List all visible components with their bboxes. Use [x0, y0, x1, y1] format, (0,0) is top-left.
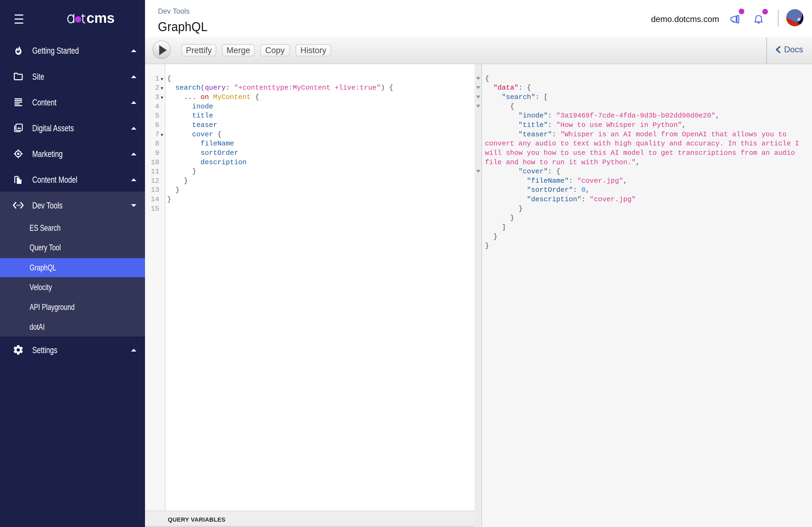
- svg-text:cms: cms: [86, 13, 114, 25]
